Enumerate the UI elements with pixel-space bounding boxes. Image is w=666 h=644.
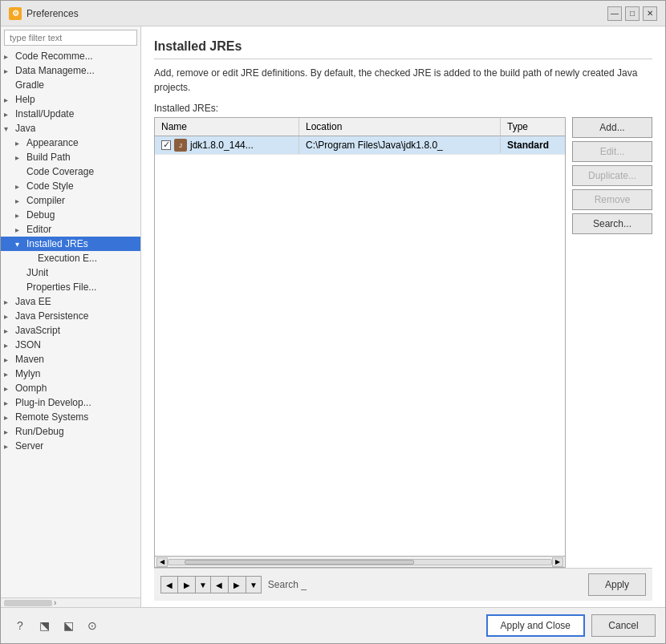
- installed-jres-label: Installed JREs:: [154, 103, 652, 114]
- expander-icon: ▸: [4, 326, 15, 335]
- duplicate-button[interactable]: Duplicate...: [572, 165, 652, 186]
- hscroll-track[interactable]: [168, 559, 552, 565]
- sidebar-item-server[interactable]: ▸Server: [1, 439, 140, 453]
- sidebar-item-build-path[interactable]: ▸Build Path: [1, 150, 140, 164]
- sidebar-item-plug-in-developer[interactable]: ▸Plug-in Develop...: [1, 395, 140, 410]
- header-location: Location: [299, 118, 501, 136]
- sidebar-item-code-recommender[interactable]: ▸Code Recomme...: [1, 49, 140, 63]
- close-button[interactable]: ✕: [643, 6, 657, 21]
- add-button[interactable]: Add...: [572, 117, 652, 138]
- window-icon: ⚙: [9, 7, 22, 20]
- sidebar-item-label: JUnit: [26, 267, 48, 278]
- sidebar-item-remote-systems[interactable]: ▸Remote Systems: [1, 410, 140, 424]
- hscroll-thumb[interactable]: [185, 560, 414, 565]
- jre-checkbox[interactable]: [161, 140, 171, 150]
- expander-icon: ▸: [4, 413, 15, 422]
- expander-icon: ▸: [15, 211, 26, 220]
- sidebar-item-java-persistence[interactable]: ▸Java Persistence: [1, 309, 140, 323]
- minimize-button[interactable]: —: [607, 6, 622, 21]
- scroll-right-arrow[interactable]: ▶: [552, 557, 563, 567]
- sidebar-item-compiler[interactable]: ▸Compiler: [1, 193, 140, 208]
- filter-input[interactable]: [4, 30, 137, 46]
- nav-dropdown-button[interactable]: ▼: [196, 576, 211, 593]
- title-bar-left: ⚙ Preferences: [9, 7, 79, 20]
- tree-container[interactable]: ▸Code Recomme...▸Data Manageme... Gradle…: [1, 49, 140, 597]
- apply-button[interactable]: Apply: [588, 573, 646, 596]
- expander-icon: ▸: [4, 341, 15, 350]
- search-field-area: ◀ ▶ ▼ ◀ ▶ ▼ Search _: [160, 576, 307, 593]
- nav-back2-button[interactable]: ◀: [211, 576, 229, 593]
- sidebar-hscroll-thumb[interactable]: [4, 600, 52, 606]
- table-row[interactable]: Jjdk1.8.0_144...C:\Program Files\Java\jd…: [155, 136, 565, 155]
- sidebar-item-appearance[interactable]: ▸Appearance: [1, 136, 140, 150]
- search-button[interactable]: Search...: [572, 213, 652, 234]
- sidebar-item-properties-files[interactable]: Properties File...: [1, 280, 140, 294]
- sidebar-item-code-coverage[interactable]: Code Coverage: [1, 164, 140, 179]
- main-panel: Installed JREs Add, remove or edit JRE d…: [141, 26, 665, 607]
- sidebar-item-code-style[interactable]: ▸Code Style: [1, 179, 140, 193]
- bottom-buttons: ? ⬔ ⬕ ⊙ Apply and Close Cancel: [1, 607, 665, 643]
- apply-and-close-button[interactable]: Apply and Close: [486, 614, 585, 637]
- sidebar-item-oomph[interactable]: ▸Oomph: [1, 381, 140, 395]
- title-bar-controls: — □ ✕: [607, 6, 657, 21]
- sidebar-item-java-ee[interactable]: ▸Java EE: [1, 294, 140, 309]
- settings-icon-button[interactable]: ⊙: [83, 616, 102, 635]
- sidebar-item-javascript[interactable]: ▸JavaScript: [1, 323, 140, 338]
- help-icon-button[interactable]: ?: [10, 616, 30, 635]
- sidebar-item-data-management[interactable]: ▸Data Manageme...: [1, 63, 140, 78]
- edit-button[interactable]: Edit...: [572, 141, 652, 162]
- nav-back-button[interactable]: ◀: [160, 576, 178, 593]
- table-body: Jjdk1.8.0_144...C:\Program Files\Java\jd…: [155, 136, 565, 556]
- preferences-window: ⚙ Preferences — □ ✕ ▸Code Recomme...▸Dat…: [0, 0, 666, 644]
- sidebar-item-label: Install/Update: [15, 108, 74, 119]
- sidebar-item-label: Help: [15, 94, 35, 105]
- sidebar-item-label: Build Path: [26, 152, 71, 163]
- sidebar-item-editor[interactable]: ▸Editor: [1, 222, 140, 237]
- sidebar-item-run-debug[interactable]: ▸Run/Debug: [1, 424, 140, 439]
- sidebar-item-execution-env[interactable]: Execution E...: [1, 251, 140, 265]
- expander-icon: ▸: [15, 153, 26, 162]
- expander-icon: ▸: [15, 139, 26, 148]
- nav-fwd2-button[interactable]: ▶: [229, 576, 246, 593]
- expander-icon: ▸: [4, 52, 15, 61]
- sidebar-item-gradle[interactable]: Gradle: [1, 78, 140, 92]
- remove-button[interactable]: Remove: [572, 189, 652, 210]
- sidebar-item-label: Gradle: [15, 79, 44, 91]
- cell-name: Jjdk1.8.0_144...: [155, 136, 299, 154]
- sidebar-item-debug[interactable]: ▸Debug: [1, 208, 140, 222]
- table-hscroll[interactable]: ◀ ▶: [155, 556, 565, 567]
- sidebar-item-java[interactable]: ▾Java: [1, 121, 140, 136]
- sidebar-item-label: Installed JREs: [26, 238, 88, 249]
- sidebar-item-json[interactable]: ▸JSON: [1, 338, 140, 352]
- panel-title: Installed JREs: [154, 39, 652, 59]
- export-icon-button[interactable]: ⬔: [35, 616, 54, 635]
- sidebar-item-label: Compiler: [26, 195, 65, 206]
- maximize-button[interactable]: □: [625, 6, 640, 21]
- expander-icon: ▸: [4, 370, 15, 379]
- nav-dropdown2-button[interactable]: ▼: [246, 576, 262, 593]
- nav-fwd-button[interactable]: ▶: [178, 576, 196, 593]
- cell-type: Standard: [501, 137, 565, 153]
- sidebar-item-junit[interactable]: JUnit: [1, 265, 140, 280]
- sidebar-item-help[interactable]: ▸Help: [1, 92, 140, 107]
- sidebar-item-label: Java: [15, 123, 35, 134]
- sidebar-item-installed-jres[interactable]: ▾Installed JREs: [1, 237, 140, 251]
- scroll-left-arrow[interactable]: ◀: [156, 557, 168, 567]
- import-icon-button[interactable]: ⬕: [59, 616, 78, 635]
- expander-icon: ▸: [4, 384, 15, 393]
- sidebar-item-label: Editor: [26, 224, 51, 235]
- sidebar-item-mylyn[interactable]: ▸Mylyn: [1, 367, 140, 381]
- sidebar-item-label: Java EE: [15, 296, 51, 307]
- expander-icon: ▸: [4, 399, 15, 407]
- title-bar: ⚙ Preferences — □ ✕: [1, 1, 665, 26]
- sidebar-item-label: Mylyn: [15, 368, 40, 379]
- sidebar-item-install-update[interactable]: ▸Install/Update: [1, 107, 140, 121]
- sidebar-item-label: Appearance: [26, 137, 79, 148]
- sidebar-item-maven[interactable]: ▸Maven: [1, 352, 140, 367]
- jre-icon: J: [174, 139, 187, 152]
- content-area: ▸Code Recomme...▸Data Manageme... Gradle…: [1, 26, 665, 607]
- sidebar-scrollbar[interactable]: ›: [1, 597, 140, 607]
- expander-icon: ▸: [4, 442, 15, 451]
- cancel-button[interactable]: Cancel: [591, 614, 656, 637]
- expander-icon: ▸: [4, 355, 15, 364]
